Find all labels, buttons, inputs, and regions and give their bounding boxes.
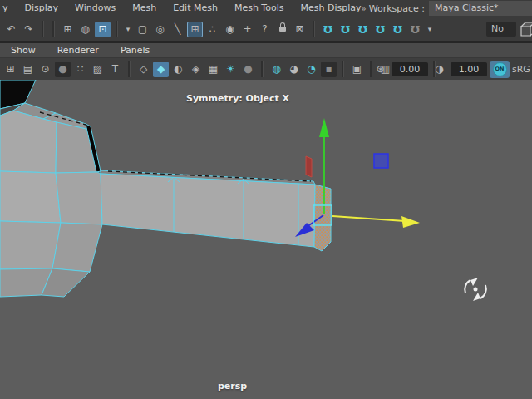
use-all-lights-icon[interactable]: ▦ [205, 62, 221, 77]
toolbar-overflow-icon[interactable]: » [362, 4, 365, 13]
menu-bar: yDisplayWindowsMeshEdit MeshMesh ToolsMe… [0, 0, 532, 17]
gate-mask-icon[interactable]: ● [55, 62, 71, 77]
undo-icon[interactable]: ↶ [3, 22, 19, 37]
occlusion-arc-icon[interactable]: ◔ [303, 62, 319, 77]
make-object-live-icon[interactable]: Ω [407, 22, 423, 37]
mask-rendering-icon[interactable]: + [239, 22, 255, 37]
color-management-button[interactable]: ON [490, 61, 510, 78]
x-axis-handle-active[interactable] [332, 216, 420, 228]
snap-to-curves-icon[interactable]: Ω [337, 22, 353, 37]
smooth-shade-display-icon[interactable]: ◆ [153, 62, 169, 77]
mask-deformations-icon[interactable]: ∴ [204, 22, 220, 37]
status-line-icons: ↶↷⊞◍⊡▾▢◎╲⊞∴◉+?⊠ΩΩΩΩΩΩ▾ [2, 17, 436, 41]
yz-plane-handle[interactable] [306, 156, 312, 177]
snap-to-points-icon[interactable]: Ω [355, 22, 371, 37]
viewport-canvas[interactable] [0, 80, 532, 399]
mask-curves-icon[interactable]: ╲ [170, 22, 185, 37]
lock-icon[interactable] [274, 22, 290, 37]
textured-display-icon[interactable]: ◐ [170, 62, 186, 77]
exposure-icon[interactable]: ⊛ [372, 62, 388, 77]
film-gate-icon[interactable]: ▤ [20, 62, 36, 77]
menu-show[interactable]: Show [0, 43, 47, 57]
shadow-sphere-icon[interactable]: ◕ [286, 62, 302, 77]
menu-renderer[interactable]: Renderer [47, 43, 110, 57]
isolate-select-icon[interactable]: ▣ [349, 62, 365, 77]
colorspace-label: sRG [512, 64, 532, 75]
separator [52, 21, 55, 37]
motion-blur-icon[interactable]: ▪ [321, 62, 337, 77]
workspace-dropdown[interactable]: Maya Classic* [429, 1, 532, 16]
selection-mask-dropdown-icon[interactable]: ▾ [123, 22, 133, 37]
menu-mesh[interactable]: Mesh [124, 0, 165, 17]
menu-edit-mesh[interactable]: Edit Mesh [165, 0, 226, 17]
panel-toolbar-right: ⊛ 0.00 ◑ 1.00 ON sRG [372, 58, 532, 80]
menu-bar-items: yDisplayWindowsMeshEdit MeshMesh ToolsMe… [0, 0, 369, 17]
live-surface-field[interactable]: No [486, 22, 516, 37]
snap-to-grids-icon[interactable]: Ω [320, 22, 336, 37]
contrast-icon[interactable]: ◑ [431, 62, 447, 77]
mask-surfaces-icon[interactable]: ⊞ [187, 22, 203, 37]
mask-joints-icon[interactable]: ◎ [152, 22, 168, 37]
separator [261, 61, 264, 77]
safe-action-icon[interactable]: ▨ [90, 62, 106, 77]
camera-name-label: persp [218, 381, 247, 392]
select-by-object-type-icon[interactable]: ◍ [77, 22, 93, 37]
snap-to-view-planes-icon[interactable]: Ω [390, 22, 406, 37]
rotate-cycle-icon[interactable] [465, 278, 486, 301]
color-management-on-label: ON [493, 62, 507, 76]
menu-mesh-tools[interactable]: Mesh Tools [226, 0, 293, 17]
highlight-selection-mode-icon[interactable]: ⊠ [292, 22, 308, 37]
menu-mesh-display[interactable]: Mesh Display [292, 0, 369, 17]
textured-shaded-icon[interactable]: ◈ [188, 62, 204, 77]
wireframe-display-icon[interactable]: ◇ [135, 62, 151, 77]
selected-face[interactable] [314, 185, 331, 251]
redo-icon[interactable]: ↷ [21, 22, 37, 37]
menu-windows[interactable]: Windows [66, 0, 124, 17]
status-line: ↶↷⊞◍⊡▾▢◎╲⊞∴◉+?⊠ΩΩΩΩΩΩ▾ [0, 17, 532, 41]
separator [116, 21, 118, 37]
xy-plane-handle[interactable] [374, 154, 388, 168]
separator [313, 21, 315, 37]
menu-panels[interactable]: Panels [110, 43, 160, 57]
select-by-hierarchy-icon[interactable]: ⊞ [60, 22, 76, 37]
workspace-selector: » Workspace : Maya Classic* [362, 0, 532, 17]
perspective-viewport[interactable]: Symmetry: Object X persp [0, 80, 532, 399]
shadows-icon[interactable]: ● [240, 62, 256, 77]
snap-options-dropdown-icon[interactable]: ▾ [425, 22, 435, 37]
ssao-sphere-icon[interactable]: ◍ [268, 62, 284, 77]
exposure-field[interactable]: 0.00 [392, 62, 428, 76]
gamma-field[interactable]: 1.00 [451, 62, 487, 76]
status-line-right: No [486, 17, 532, 41]
mask-misc-icon[interactable]: ? [257, 22, 273, 37]
maya-window: yDisplayWindowsMeshEdit MeshMesh ToolsMe… [0, 0, 532, 399]
select-by-component-type-icon[interactable]: ⊡ [95, 22, 111, 37]
menu-y[interactable]: y [0, 0, 17, 17]
mask-handles-icon[interactable]: ▢ [135, 22, 150, 37]
snap-to-projected-center-icon[interactable]: Ω [372, 22, 388, 37]
grid-toggle-icon[interactable]: ⊞ [2, 62, 18, 77]
panel-menu-items: ShowRendererPanels [0, 43, 160, 57]
field-chart-icon[interactable]: ∷ [72, 62, 88, 77]
polygon-mesh[interactable] [0, 80, 331, 297]
resolution-gate-icon[interactable]: ⊙ [37, 62, 53, 77]
separator [42, 21, 44, 37]
panel-menu-bar: ShowRendererPanels [0, 43, 532, 58]
move-manipulator[interactable] [295, 118, 420, 237]
separator [342, 61, 344, 77]
safe-title-icon[interactable]: T [107, 62, 123, 77]
menu-display[interactable]: Display [17, 0, 67, 17]
symmetry-status-label: Symmetry: Object X [186, 93, 289, 104]
separator [128, 61, 131, 77]
mask-dynamics-icon[interactable]: ◉ [222, 22, 238, 37]
workspace-label: Workspace : [369, 3, 425, 14]
modeling-toolkit-cube-icon[interactable] [518, 19, 532, 39]
default-lighting-icon[interactable]: ☀ [223, 62, 239, 77]
